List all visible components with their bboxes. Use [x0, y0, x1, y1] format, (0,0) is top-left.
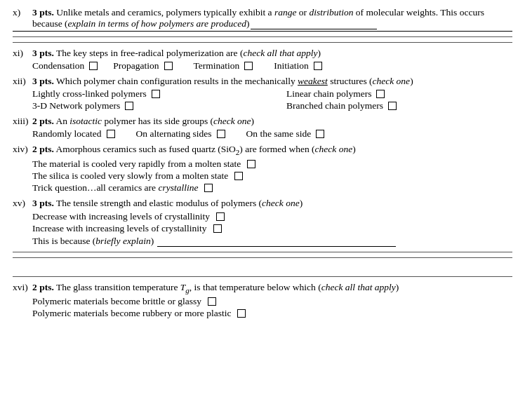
decrease-option: Decrease with increasing levels of cryst… — [32, 211, 512, 222]
answer-line-x — [251, 29, 377, 29]
propagation-option: Propagation — [113, 60, 172, 72]
trick-checkbox[interactable] — [204, 184, 213, 192]
question-xv-row: xv) 3 pts. The tensile strength and elas… — [13, 198, 512, 209]
divider-3 — [13, 252, 512, 252]
briefly-explain-text: briefly explain — [95, 236, 150, 246]
question-xv-num: xv) — [13, 198, 32, 209]
section-x: x) 3 pts. Unlike metals and ceramics, po… — [13, 7, 512, 32]
question-xii-row: xii) 3 pts. Which polymer chain configur… — [13, 76, 512, 87]
section-xiii: xiii) 2 pts. An isotactic polymer has it… — [13, 116, 512, 140]
alternating-checkbox[interactable] — [217, 130, 225, 138]
sameside-label: On the same side — [246, 128, 312, 140]
brittle-label: Polymeric materials become brittle or gl… — [32, 296, 201, 307]
termination-checkbox[interactable] — [244, 62, 253, 70]
question-xvi-row: xvi) 2 pts. The glass transition tempera… — [13, 282, 512, 294]
lightly-checkbox[interactable] — [152, 90, 160, 98]
xi-options: Condensation Propagation Termination Ini… — [32, 60, 512, 72]
crystalline-text: crystalline — [158, 182, 198, 193]
section-xiv: xiv) 2 pts. Amorphous ceramics such as f… — [13, 144, 512, 194]
xv-check-prompt: check one — [262, 198, 300, 208]
alternating-option: On alternating sides — [136, 128, 225, 140]
question-xiv-row: xiv) 2 pts. Amorphous ceramics such as f… — [13, 144, 512, 156]
question-xi-row: xi) 3 pts. The key steps in free-radical… — [13, 48, 512, 59]
sameside-option: On the same side — [246, 128, 325, 140]
random-checkbox[interactable] — [107, 130, 115, 138]
linear-option: Linear chain polymers — [286, 88, 512, 100]
xv-explain-text: This is because (briefly explain) — [32, 236, 154, 247]
question-xi-pts: 3 pts. — [32, 48, 54, 58]
initiation-label: Initiation — [274, 60, 309, 72]
distribution-text: distribution — [309, 7, 353, 18]
branched-option: Branched chain polymers — [286, 100, 512, 111]
xv-explain-line — [157, 246, 396, 247]
random-option: Randomly located — [32, 128, 115, 140]
question-xii-num: xii) — [13, 76, 32, 87]
question-x-row: x) 3 pts. Unlike metals and ceramics, po… — [13, 7, 512, 29]
divider-4 — [13, 257, 512, 258]
linear-label: Linear chain polymers — [286, 88, 371, 100]
range-text: range — [274, 7, 297, 18]
answer-line-x-2 — [13, 31, 512, 32]
linear-checkbox[interactable] — [376, 90, 385, 98]
tg-sub: g — [185, 285, 190, 294]
sameside-checkbox[interactable] — [316, 130, 324, 138]
propagation-label: Propagation — [113, 60, 159, 72]
increase-option: Increase with increasing levels of cryst… — [32, 223, 512, 234]
trick-label: Trick question…all ceramics are crystall… — [32, 182, 198, 194]
random-label: Randomly located — [32, 128, 102, 140]
divider-5 — [13, 276, 512, 277]
branched-label: Branched chain polymers — [286, 100, 383, 111]
xv-explain-row: This is because (briefly explain) — [32, 236, 512, 247]
initiation-checkbox[interactable] — [314, 62, 322, 70]
lightly-label: Lightly cross-linked polymers — [32, 88, 147, 100]
xi-check-prompt: check all that apply — [243, 48, 317, 58]
increase-checkbox[interactable] — [213, 224, 222, 233]
rubbery-label: Polymeric materials become rubbery or mo… — [32, 308, 231, 319]
rapid-checkbox[interactable] — [247, 160, 255, 168]
divider-2 — [13, 42, 512, 43]
section-xi: xi) 3 pts. The key steps in free-radical… — [13, 48, 512, 72]
propagation-checkbox[interactable] — [164, 62, 173, 70]
brittle-checkbox[interactable] — [208, 297, 216, 306]
slow-checkbox[interactable] — [234, 172, 243, 180]
rubbery-option: Polymeric materials become rubbery or mo… — [32, 308, 512, 319]
answer-line-x-full — [13, 31, 512, 32]
condensation-label: Condensation — [32, 60, 84, 72]
xv-options: Decrease with increasing levels of cryst… — [32, 211, 512, 234]
question-xv-text: 3 pts. The tensile strength and elastic … — [32, 198, 512, 209]
xvi-options: Polymeric materials become brittle or gl… — [32, 296, 512, 319]
section-xii: xii) 3 pts. Which polymer chain configur… — [13, 76, 512, 111]
alternating-label: On alternating sides — [136, 128, 212, 140]
divider-1 — [13, 36, 512, 37]
explain-prompt-x: explain in terms of how polymers are pro… — [68, 18, 246, 29]
3d-option: 3-D Network polymers — [32, 100, 272, 111]
condensation-checkbox[interactable] — [89, 62, 98, 70]
question-xiii-text: 2 pts. An isotactic polymer has its side… — [32, 116, 512, 127]
increase-label: Increase with increasing levels of cryst… — [32, 223, 207, 234]
question-xii-pts: 3 pts. — [32, 76, 54, 86]
question-x-text: 3 pts. Unlike metals and ceramics, polym… — [32, 7, 512, 29]
section-xvi: xvi) 2 pts. The glass transition tempera… — [13, 282, 512, 320]
xiii-check-prompt: check one — [213, 116, 251, 126]
termination-option: Termination — [194, 60, 253, 72]
slow-option: The silica is cooled very slowly from a … — [32, 170, 512, 182]
3d-checkbox[interactable] — [125, 102, 133, 110]
decrease-label: Decrease with increasing levels of cryst… — [32, 211, 210, 222]
spacer-1 — [13, 263, 512, 271]
sio2-sub: 2 — [236, 148, 240, 156]
question-xiii-num: xiii) — [13, 116, 32, 127]
xiv-check-prompt: check one — [315, 144, 353, 154]
xii-check-prompt: check one — [373, 76, 411, 86]
rubbery-checkbox[interactable] — [237, 309, 246, 318]
3d-label: 3-D Network polymers — [32, 100, 120, 111]
termination-label: Termination — [194, 60, 240, 72]
section-xv: xv) 3 pts. The tensile strength and elas… — [13, 198, 512, 247]
brittle-option: Polymeric materials become brittle or gl… — [32, 296, 512, 307]
rapid-label: The material is cooled very rapidly from… — [32, 158, 241, 170]
condensation-option: Condensation — [32, 60, 98, 72]
question-x-pts: 3 pts. — [32, 7, 54, 18]
branched-checkbox[interactable] — [388, 102, 397, 110]
decrease-checkbox[interactable] — [216, 212, 225, 221]
trick-option: Trick question…all ceramics are crystall… — [32, 182, 512, 194]
initiation-option: Initiation — [274, 60, 322, 72]
